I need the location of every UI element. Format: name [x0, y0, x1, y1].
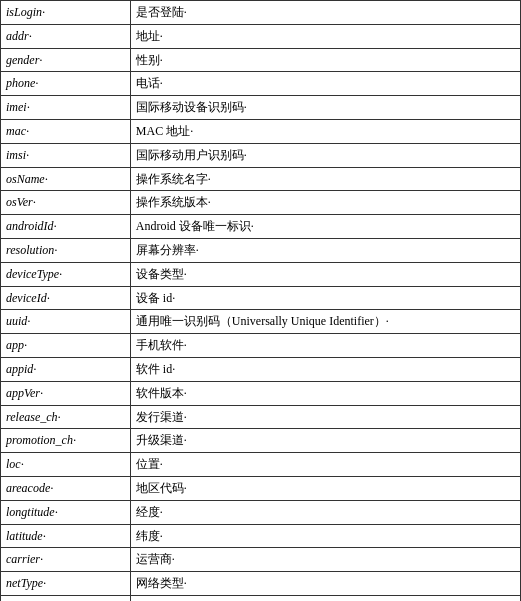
value-cell: 屏幕分辨率·: [130, 238, 520, 262]
key-cell: areacode·: [1, 476, 131, 500]
value-cell: 电话·: [130, 72, 520, 96]
table-row: imei·国际移动设备识别码·: [1, 96, 521, 120]
value-cell: 运营商·: [130, 548, 520, 572]
key-cell: longtitude·: [1, 500, 131, 524]
table-row: uuid·通用唯一识别码（Universally Unique Identifi…: [1, 310, 521, 334]
table-row: mac·MAC 地址·: [1, 119, 521, 143]
key-cell: app·: [1, 334, 131, 358]
value-cell: 网络类型·: [130, 572, 520, 596]
key-cell: imei·: [1, 96, 131, 120]
value-cell: 设备类型·: [130, 262, 520, 286]
key-cell: uuid·: [1, 310, 131, 334]
value-cell: 位置·: [130, 453, 520, 477]
key-cell: release_ch·: [1, 405, 131, 429]
value-cell: 操作系统版本·: [130, 191, 520, 215]
table-row: appid·软件 id·: [1, 357, 521, 381]
value-cell: 操作系统名字·: [130, 167, 520, 191]
value-cell: 升级渠道·: [130, 429, 520, 453]
table-row: release_ch·发行渠道·: [1, 405, 521, 429]
value-cell: 性别·: [130, 48, 520, 72]
table-row: isLogin·是否登陆·: [1, 1, 521, 25]
key-cell: netType·: [1, 572, 131, 596]
table-row: deviceType·设备类型·: [1, 262, 521, 286]
value-cell: MAC 地址·: [130, 119, 520, 143]
value-cell: 地区代码·: [130, 476, 520, 500]
value-cell: 设备 id·: [130, 286, 520, 310]
value-cell: 手机软件·: [130, 334, 520, 358]
table-row: promotion_ch·升级渠道·: [1, 429, 521, 453]
table-row: gender·性别·: [1, 48, 521, 72]
table-row: areacode·地区代码·: [1, 476, 521, 500]
key-cell: imsi·: [1, 143, 131, 167]
table-row: latitude·纬度·: [1, 524, 521, 548]
key-cell: addr·: [1, 24, 131, 48]
key-cell: appVer·: [1, 381, 131, 405]
key-cell: promotion_ch·: [1, 429, 131, 453]
data-table: isLogin·是否登陆·addr·地址·gender·性别·phone·电话·…: [0, 0, 521, 601]
value-cell: 发行渠道·: [130, 405, 520, 429]
table-row: app·手机软件·: [1, 334, 521, 358]
value-cell: 是否登陆·: [130, 1, 520, 25]
table-row: resolution·屏幕分辨率·: [1, 238, 521, 262]
table-row: longtitude·经度·: [1, 500, 521, 524]
table-row: addr·地址·: [1, 24, 521, 48]
main-container: isLogin·是否登陆·addr·地址·gender·性别·phone·电话·…: [0, 0, 521, 601]
key-cell: loc·: [1, 453, 131, 477]
key-cell: gender·: [1, 48, 131, 72]
value-cell: 软件 id·: [130, 357, 520, 381]
table-row: imsi·国际移动用户识别码·: [1, 143, 521, 167]
key-cell: phone·: [1, 72, 131, 96]
key-cell: androidId·: [1, 215, 131, 239]
key-cell: resolution·: [1, 238, 131, 262]
key-cell: osVer·: [1, 191, 131, 215]
table-row: netType·网络类型·: [1, 572, 521, 596]
table-row: deviceId·设备 id·: [1, 286, 521, 310]
value-cell: Android 设备唯一标识·: [130, 215, 520, 239]
key-cell: isLogin·: [1, 1, 131, 25]
key-cell: mac·: [1, 119, 131, 143]
key-cell: appid·: [1, 357, 131, 381]
table-row: osName·操作系统名字·: [1, 167, 521, 191]
key-cell: carrier·: [1, 548, 131, 572]
value-cell: 地址·: [130, 24, 520, 48]
value-cell: 经度·: [130, 500, 520, 524]
table-row: carrier·运营商·: [1, 548, 521, 572]
key-cell: latitude·: [1, 524, 131, 548]
table-row: osVer·操作系统版本·: [1, 191, 521, 215]
table-row: appVer·软件版本·: [1, 381, 521, 405]
value-cell: 国际移动设备识别码·: [130, 96, 520, 120]
table-row: loc·位置·: [1, 453, 521, 477]
table-row: cid_sn··: [1, 595, 521, 601]
value-cell: 软件版本·: [130, 381, 520, 405]
value-cell: ·: [130, 595, 520, 601]
key-cell: cid_sn·: [1, 595, 131, 601]
key-cell: deviceType·: [1, 262, 131, 286]
value-cell: 通用唯一识别码（Universally Unique Identifier）·: [130, 310, 520, 334]
table-row: phone·电话·: [1, 72, 521, 96]
value-cell: 国际移动用户识别码·: [130, 143, 520, 167]
key-cell: deviceId·: [1, 286, 131, 310]
key-cell: osName·: [1, 167, 131, 191]
table-row: androidId·Android 设备唯一标识·: [1, 215, 521, 239]
value-cell: 纬度·: [130, 524, 520, 548]
